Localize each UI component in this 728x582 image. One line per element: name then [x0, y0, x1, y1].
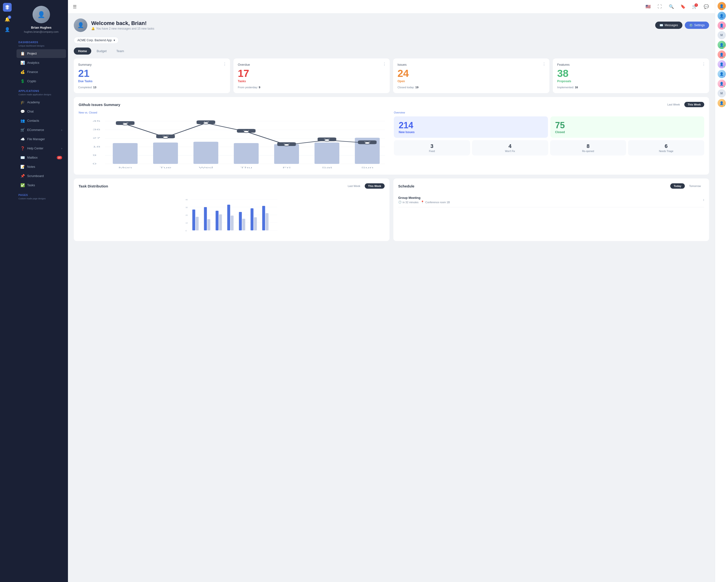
svg-rect-61 — [216, 211, 219, 230]
bookmark-icon[interactable]: 🔖 — [679, 3, 687, 11]
github-issues-card: Github Issues Summary Last Week This Wee… — [74, 97, 709, 175]
online-dot — [724, 105, 726, 107]
stat-card-menu[interactable]: ⋮ — [542, 62, 546, 66]
crypto-icon: 💲 — [20, 79, 25, 83]
sidebar-item-label: Help Center — [27, 147, 44, 150]
tab-budget[interactable]: Budget — [92, 48, 111, 55]
task-this-week-button[interactable]: This Week — [365, 183, 385, 189]
tomorrow-button[interactable]: Tomorrow — [686, 183, 704, 189]
today-button[interactable]: Today — [670, 183, 685, 189]
ecommerce-icon: 🛒 — [20, 128, 25, 132]
flag-icon[interactable]: 🇺🇸 — [644, 3, 652, 11]
stat-title: Summary — [78, 63, 226, 66]
sidebar-item-project[interactable]: 📋 Project — [17, 49, 66, 58]
clock-icon: 🕐 — [398, 200, 401, 204]
avatar-placeholder[interactable]: M — [718, 89, 726, 98]
project-icon: 📋 — [20, 51, 25, 56]
avatar-item[interactable]: 👤 — [718, 51, 726, 59]
stat-card-menu[interactable]: ⋮ — [702, 62, 706, 66]
stat-card-menu[interactable]: ⋮ — [383, 62, 386, 66]
sidebar-item-crypto[interactable]: 💲 Crypto — [17, 77, 66, 86]
avatar-item[interactable]: 👤 — [718, 11, 726, 20]
avatar-item[interactable]: 👤 — [718, 21, 726, 30]
contacts-icon: 👥 — [20, 118, 25, 123]
messages-button[interactable]: ✉️ Messages — [655, 22, 682, 29]
tab-home[interactable]: Home — [74, 48, 91, 55]
pages-section-sub: Custom made page designs — [15, 197, 68, 202]
new-issues-card: 214 New Issues — [394, 116, 548, 138]
sidebar-item-academy[interactable]: 🎓 Academy — [17, 98, 66, 107]
avatar-item[interactable]: 👤 — [718, 41, 726, 49]
settings-button[interactable]: ⚙️ Settings — [685, 22, 709, 29]
message-icon[interactable]: 💬 — [702, 3, 710, 11]
task-last-week-button[interactable]: Last Week — [344, 183, 364, 189]
svg-point-33 — [122, 123, 128, 125]
sidebar-item-label: ECommerce — [27, 128, 44, 132]
sidebar-item-label: Contacts — [27, 119, 39, 122]
user-circle-icon[interactable]: 👤 — [3, 25, 11, 34]
avatar: 👤 — [32, 6, 50, 23]
svg-text:Sat: Sat — [322, 166, 332, 169]
mini-stat-number: 8 — [552, 143, 624, 149]
avatar-item[interactable]: 👤 — [718, 80, 726, 88]
svg-text:9: 9 — [93, 154, 97, 157]
sidebar-item-tasks[interactable]: ✅ Tasks — [17, 181, 66, 190]
stat-label: Proposals — [557, 80, 705, 83]
github-chart-svg: 45 36 27 18 9 0 — [79, 116, 389, 170]
welcome-text: Welcome back, Brian! 🔔 You have 2 new me… — [91, 20, 154, 30]
project-selector[interactable]: ACME Corp. Backend App ▾ — [74, 37, 119, 44]
welcome-actions: ✉️ Messages ⚙️ Settings — [655, 22, 709, 29]
this-week-button[interactable]: This Week — [684, 102, 704, 107]
hamburger-menu[interactable]: ☰ — [73, 4, 77, 9]
sidebar-item-contacts[interactable]: 👥 Contacts — [17, 116, 66, 125]
avatar-placeholder[interactable]: M — [718, 31, 726, 39]
sidebar-item-scrumboard[interactable]: 📌 Scrumboard — [17, 172, 66, 181]
sidebar-item-notes[interactable]: 📝 Notes — [17, 163, 66, 171]
fullscreen-icon[interactable]: ⛶ — [656, 3, 664, 11]
chevron-right-icon[interactable]: › — [703, 198, 704, 202]
avatar-item[interactable]: 👤 — [718, 99, 726, 107]
stat-sub: Completed: 13 — [78, 86, 226, 89]
avatar-item[interactable]: 👤 — [718, 2, 726, 10]
sidebar-item-chat[interactable]: 💬 Chat — [17, 107, 66, 116]
welcome-title: Welcome back, Brian! — [91, 20, 154, 26]
apps-section-sub: Custom made application designs — [15, 93, 68, 98]
search-icon[interactable]: 🔍 — [667, 3, 675, 11]
sidebar-item-file-manager[interactable]: ☁️ File Manager — [17, 135, 66, 144]
tab-team[interactable]: Team — [112, 48, 128, 55]
last-week-button[interactable]: Last Week — [664, 102, 683, 107]
avatar-item[interactable]: 👤 — [718, 60, 726, 68]
svg-point-36 — [243, 131, 250, 133]
bell-icon: 🔔 — [91, 27, 95, 30]
task-dist-header: Task Distribution Last Week This Week — [79, 183, 385, 189]
svg-rect-16 — [274, 144, 299, 164]
sidebar-item-label: Academy — [27, 101, 40, 104]
svg-text:0: 0 — [186, 230, 187, 232]
avatar-item[interactable]: 👤 — [718, 70, 726, 78]
sidebar-item-mailbox[interactable]: ✉️ Mailbox 27 — [17, 153, 66, 162]
svg-text:18: 18 — [93, 145, 101, 148]
sidebar-item-help-center[interactable]: ❓ Help Center › — [17, 144, 66, 153]
dashboards-section-label: DASHBOARDS — [15, 37, 68, 45]
stat-card-menu[interactable]: ⋮ — [223, 62, 227, 66]
sidebar-item-analytics[interactable]: 📊 Analytics — [17, 58, 66, 67]
mini-stat-label: Needs Triage — [630, 150, 702, 153]
app-logo[interactable] — [3, 3, 11, 11]
stat-sub: Implemented: 16 — [557, 86, 705, 89]
online-dot — [724, 56, 726, 58]
schedule-toggle: Today Tomorrow — [670, 183, 704, 189]
task-dist-title: Task Distribution — [79, 184, 108, 188]
notifications-icon[interactable]: 🔔 3 — [3, 15, 11, 24]
apps-section-label: APPLICATIONS — [15, 86, 68, 93]
academy-icon: 🎓 — [20, 100, 25, 105]
sidebar-item-label: Chat — [27, 110, 33, 113]
sidebar-item-finance[interactable]: 💰 Finance — [17, 68, 66, 76]
sidebar-item-ecommerce[interactable]: 🛒 ECommerce › — [17, 126, 66, 134]
section-header: Github Issues Summary Last Week This Wee… — [79, 102, 704, 107]
svg-text:20: 20 — [186, 214, 188, 216]
cart-icon[interactable]: 🛒 5 — [691, 3, 698, 11]
mailbox-badge: 27 — [57, 156, 62, 159]
stat-title: Overdue — [238, 63, 385, 66]
sidebar-item-label: Scrumboard — [27, 174, 44, 178]
chevron-right-icon: › — [61, 129, 62, 132]
